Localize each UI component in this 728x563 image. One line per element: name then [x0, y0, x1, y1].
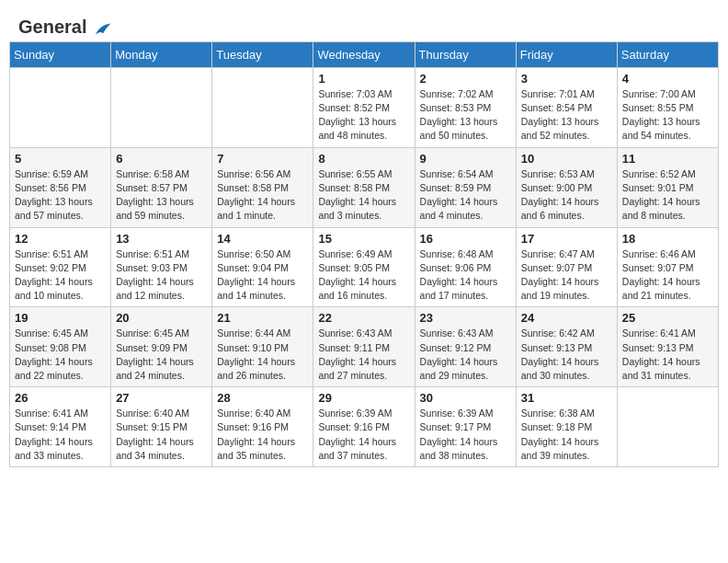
day-number: 14 — [217, 232, 308, 246]
day-number: 17 — [521, 232, 612, 246]
day-info: Sunrise: 6:55 AM Sunset: 8:58 PM Dayligh… — [318, 167, 409, 224]
calendar-cell: 31Sunrise: 6:38 AM Sunset: 9:18 PM Dayli… — [516, 387, 617, 467]
calendar-cell: 16Sunrise: 6:48 AM Sunset: 9:06 PM Dayli… — [415, 227, 516, 307]
day-info: Sunrise: 6:52 AM Sunset: 9:01 PM Dayligh… — [622, 167, 713, 224]
calendar-week-row: 5Sunrise: 6:59 AM Sunset: 8:56 PM Daylig… — [10, 147, 719, 227]
day-number: 4 — [622, 72, 713, 86]
calendar-cell — [212, 67, 313, 147]
calendar-cell: 23Sunrise: 6:43 AM Sunset: 9:12 PM Dayli… — [415, 307, 516, 387]
day-number: 5 — [15, 152, 106, 166]
day-number: 30 — [420, 391, 511, 405]
day-number: 27 — [116, 391, 207, 405]
day-number: 23 — [420, 311, 511, 325]
calendar-cell: 3Sunrise: 7:01 AM Sunset: 8:54 PM Daylig… — [516, 67, 617, 147]
day-number: 13 — [116, 232, 207, 246]
calendar-header-row: SundayMondayTuesdayWednesdayThursdayFrid… — [10, 41, 719, 67]
day-info: Sunrise: 7:03 AM Sunset: 8:52 PM Dayligh… — [318, 87, 409, 144]
day-number: 19 — [15, 311, 106, 325]
calendar-cell: 20Sunrise: 6:45 AM Sunset: 9:09 PM Dayli… — [111, 307, 212, 387]
day-info: Sunrise: 6:42 AM Sunset: 9:13 PM Dayligh… — [521, 327, 612, 383]
calendar-cell: 2Sunrise: 7:02 AM Sunset: 8:53 PM Daylig… — [415, 67, 516, 147]
calendar-day-header: Tuesday — [212, 41, 313, 67]
calendar-day-header: Sunday — [10, 41, 111, 67]
day-number: 2 — [420, 72, 511, 86]
calendar-cell: 21Sunrise: 6:44 AM Sunset: 9:10 PM Dayli… — [212, 307, 313, 387]
day-info: Sunrise: 6:59 AM Sunset: 8:56 PM Dayligh… — [15, 167, 106, 224]
calendar-cell: 8Sunrise: 6:55 AM Sunset: 8:58 PM Daylig… — [313, 147, 415, 227]
day-info: Sunrise: 6:39 AM Sunset: 9:16 PM Dayligh… — [318, 407, 409, 463]
day-number: 21 — [217, 311, 308, 325]
day-number: 10 — [521, 152, 612, 166]
calendar-cell: 14Sunrise: 6:50 AM Sunset: 9:04 PM Dayli… — [212, 227, 313, 307]
calendar-cell — [111, 67, 212, 147]
calendar-cell: 11Sunrise: 6:52 AM Sunset: 9:01 PM Dayli… — [617, 147, 718, 227]
calendar-cell: 28Sunrise: 6:40 AM Sunset: 9:16 PM Dayli… — [212, 387, 313, 467]
calendar-cell: 25Sunrise: 6:41 AM Sunset: 9:13 PM Dayli… — [617, 307, 718, 387]
calendar-cell: 30Sunrise: 6:39 AM Sunset: 9:17 PM Dayli… — [415, 387, 516, 467]
day-info: Sunrise: 6:49 AM Sunset: 9:05 PM Dayligh… — [318, 247, 409, 304]
day-info: Sunrise: 6:50 AM Sunset: 9:04 PM Dayligh… — [217, 247, 308, 304]
day-info: Sunrise: 6:44 AM Sunset: 9:10 PM Dayligh… — [217, 327, 308, 383]
day-info: Sunrise: 6:56 AM Sunset: 8:58 PM Dayligh… — [217, 167, 308, 224]
day-info: Sunrise: 6:40 AM Sunset: 9:16 PM Dayligh… — [217, 407, 308, 463]
calendar-cell: 18Sunrise: 6:46 AM Sunset: 9:07 PM Dayli… — [617, 227, 718, 307]
calendar-cell: 12Sunrise: 6:51 AM Sunset: 9:02 PM Dayli… — [10, 227, 111, 307]
calendar-day-header: Saturday — [617, 41, 718, 67]
day-info: Sunrise: 6:45 AM Sunset: 9:09 PM Dayligh… — [116, 327, 207, 383]
day-info: Sunrise: 6:46 AM Sunset: 9:07 PM Dayligh… — [622, 247, 713, 304]
calendar-cell: 9Sunrise: 6:54 AM Sunset: 8:59 PM Daylig… — [415, 147, 516, 227]
calendar-week-row: 19Sunrise: 6:45 AM Sunset: 9:08 PM Dayli… — [10, 307, 719, 387]
day-info: Sunrise: 6:54 AM Sunset: 8:59 PM Dayligh… — [420, 167, 511, 224]
calendar-cell: 1Sunrise: 7:03 AM Sunset: 8:52 PM Daylig… — [313, 67, 415, 147]
day-number: 26 — [15, 391, 106, 405]
calendar-week-row: 26Sunrise: 6:41 AM Sunset: 9:14 PM Dayli… — [10, 387, 719, 467]
calendar-cell: 22Sunrise: 6:43 AM Sunset: 9:11 PM Dayli… — [313, 307, 415, 387]
calendar-cell: 10Sunrise: 6:53 AM Sunset: 9:00 PM Dayli… — [516, 147, 617, 227]
day-info: Sunrise: 6:41 AM Sunset: 9:14 PM Dayligh… — [15, 407, 106, 463]
calendar-cell: 4Sunrise: 7:00 AM Sunset: 8:55 PM Daylig… — [617, 67, 718, 147]
calendar-cell: 7Sunrise: 6:56 AM Sunset: 8:58 PM Daylig… — [212, 147, 313, 227]
day-info: Sunrise: 6:38 AM Sunset: 9:18 PM Dayligh… — [521, 407, 612, 463]
calendar-week-row: 1Sunrise: 7:03 AM Sunset: 8:52 PM Daylig… — [10, 67, 719, 147]
calendar-cell: 5Sunrise: 6:59 AM Sunset: 8:56 PM Daylig… — [10, 147, 111, 227]
day-info: Sunrise: 7:00 AM Sunset: 8:55 PM Dayligh… — [622, 87, 713, 144]
day-number: 16 — [420, 232, 511, 246]
day-number: 18 — [622, 232, 713, 246]
calendar-day-header: Thursday — [415, 41, 516, 67]
calendar-week-row: 12Sunrise: 6:51 AM Sunset: 9:02 PM Dayli… — [10, 227, 719, 307]
day-number: 6 — [116, 152, 207, 166]
day-number: 31 — [521, 391, 612, 405]
calendar-cell: 19Sunrise: 6:45 AM Sunset: 9:08 PM Dayli… — [10, 307, 111, 387]
day-number: 12 — [15, 232, 106, 246]
day-number: 28 — [217, 391, 308, 405]
day-number: 25 — [622, 311, 713, 325]
day-number: 8 — [318, 152, 409, 166]
day-number: 1 — [318, 72, 409, 86]
day-number: 11 — [622, 152, 713, 166]
logo-bird-icon — [93, 19, 113, 40]
calendar-day-header: Wednesday — [313, 41, 415, 67]
calendar-table: SundayMondayTuesdayWednesdayThursdayFrid… — [9, 41, 719, 467]
day-info: Sunrise: 7:02 AM Sunset: 8:53 PM Dayligh… — [420, 87, 511, 144]
day-info: Sunrise: 6:41 AM Sunset: 9:13 PM Dayligh… — [622, 327, 713, 383]
day-info: Sunrise: 6:51 AM Sunset: 9:03 PM Dayligh… — [116, 247, 207, 304]
day-number: 29 — [318, 391, 409, 405]
day-number: 9 — [420, 152, 511, 166]
day-info: Sunrise: 6:43 AM Sunset: 9:12 PM Dayligh… — [420, 327, 511, 383]
calendar-cell: 15Sunrise: 6:49 AM Sunset: 9:05 PM Dayli… — [313, 227, 415, 307]
calendar-cell — [10, 67, 111, 147]
calendar-cell: 17Sunrise: 6:47 AM Sunset: 9:07 PM Dayli… — [516, 227, 617, 307]
day-info: Sunrise: 6:51 AM Sunset: 9:02 PM Dayligh… — [15, 247, 106, 304]
calendar-cell: 24Sunrise: 6:42 AM Sunset: 9:13 PM Dayli… — [516, 307, 617, 387]
calendar-day-header: Friday — [516, 41, 617, 67]
day-info: Sunrise: 6:40 AM Sunset: 9:15 PM Dayligh… — [116, 407, 207, 463]
day-number: 20 — [116, 311, 207, 325]
day-number: 22 — [318, 311, 409, 325]
day-info: Sunrise: 6:43 AM Sunset: 9:11 PM Dayligh… — [318, 327, 409, 383]
day-info: Sunrise: 7:01 AM Sunset: 8:54 PM Dayligh… — [521, 87, 612, 144]
day-info: Sunrise: 6:47 AM Sunset: 9:07 PM Dayligh… — [521, 247, 612, 304]
day-info: Sunrise: 6:45 AM Sunset: 9:08 PM Dayligh… — [15, 327, 106, 383]
calendar-day-header: Monday — [111, 41, 212, 67]
day-info: Sunrise: 6:53 AM Sunset: 9:00 PM Dayligh… — [521, 167, 612, 224]
day-number: 15 — [318, 232, 409, 246]
